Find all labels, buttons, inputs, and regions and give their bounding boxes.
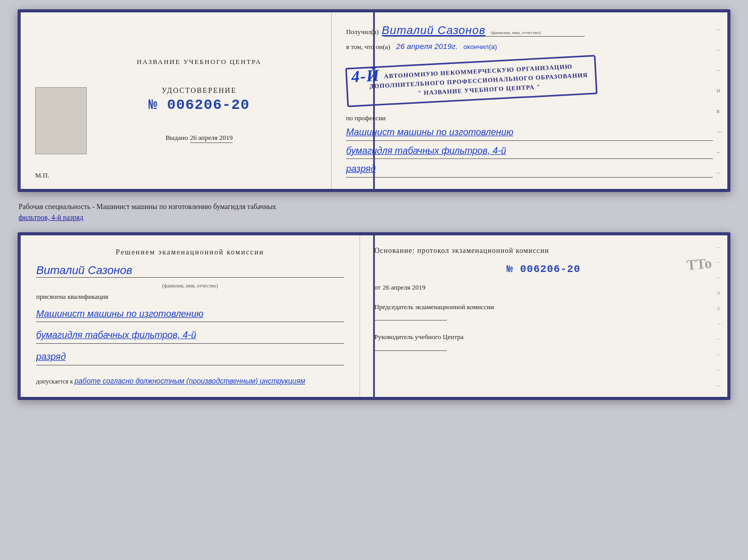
- middle-text-main: Рабочая специальность - Машинист машины …: [19, 203, 276, 211]
- allow-text-container: допускается к работе согласно должностны…: [36, 377, 344, 386]
- mp-label: М.П.: [35, 171, 49, 180]
- right-side-dashes: – – – и я ← – – – –: [717, 235, 723, 397]
- basis-date-prefix: от: [375, 283, 381, 292]
- qual-line3: разряд: [36, 349, 344, 365]
- issued-line: Выдано 26 апреля 2019: [165, 134, 232, 143]
- dash-4: и: [717, 289, 723, 297]
- dash-2: –: [717, 258, 723, 266]
- bottom-name-meta: (фамилия, имя, отчество): [36, 283, 344, 289]
- basis-number: № 006206-20: [375, 263, 713, 275]
- dash-3: –: [717, 274, 723, 281]
- chairman-sig-line: [375, 320, 447, 321]
- stamp-container: 4-й АВТОНОМНУЮ НЕКОММЕРЧЕСКУЮ ОРГАНИЗАЦИ…: [346, 57, 713, 105]
- top-doc-left: НАЗВАНИЕ УЧЕБНОГО ЦЕНТРА УДОСТОВЕРЕНИЕ №…: [21, 12, 332, 189]
- dash-8: –: [717, 350, 723, 358]
- top-doc-right: Получил(а) Виталий Сазонов (фамилия, имя…: [332, 12, 727, 189]
- bottom-doc-right: Основание: протокол экзаменационной коми…: [360, 235, 727, 397]
- basis-label: Основание: протокол экзаменационной коми…: [375, 247, 713, 255]
- profession-line2: бумагидля табачных фильтров, 4-й: [346, 143, 713, 159]
- stamp-box: 4-й АВТОНОМНУЮ НЕКОММЕРЧЕСКУЮ ОРГАНИЗАЦИ…: [345, 55, 598, 107]
- dash-1: –: [717, 243, 723, 251]
- profession-label: по профессии: [346, 114, 713, 122]
- dash-7: –: [717, 335, 723, 343]
- bottom-name: Виталий Сазонов: [36, 264, 344, 278]
- qual-label: присвоена квалификация: [36, 293, 344, 301]
- side-dashes: –––ия←––: [716, 12, 723, 189]
- cert-number: № 006206-20: [149, 97, 250, 113]
- issued-date: 26 апреля 2019: [190, 134, 233, 143]
- tto-mark: TTo: [686, 255, 712, 274]
- top-document: НАЗВАНИЕ УЧЕБНОГО ЦЕНТРА УДОСТОВЕРЕНИЕ №…: [18, 9, 730, 192]
- photo-placeholder: [35, 87, 87, 154]
- bottom-section-title: Решением экаменационной комиссии: [36, 247, 344, 258]
- cert-label: УДОСТОВЕРЕНИЕ: [162, 87, 237, 95]
- chairman-label: Председатель экзаменационной комиссии: [375, 302, 713, 312]
- allow-prefix: допускается к: [36, 378, 73, 385]
- in-that-prefix: в том, что он(а): [346, 43, 391, 51]
- bottom-document: Решением экаменационной комиссии Виталий…: [18, 232, 730, 400]
- in-that-line: в том, что он(а) 26 апреля 2019г. окончи…: [346, 42, 713, 51]
- handwritten-date: 26 апреля 2019г.: [396, 42, 458, 51]
- issued-prefix: Выдано: [165, 134, 188, 142]
- dash-9: –: [717, 366, 723, 374]
- recipient-name: Виталий Сазонов: [382, 24, 486, 37]
- middle-text: Рабочая специальность - Машинист машины …: [18, 198, 730, 226]
- dash-10: –: [717, 381, 723, 389]
- recipient-meta: (фамилия, имя, отчество): [491, 30, 541, 35]
- qual-line1: Машинист машины по изготовлению: [36, 306, 344, 323]
- profession-line3: разряд: [346, 161, 713, 178]
- head-sig-line: [375, 350, 447, 351]
- basis-date: 26 апреля 2019: [383, 283, 426, 292]
- dash-5: я: [717, 305, 723, 312]
- center-title: НАЗВАНИЕ УЧЕБНОГО ЦЕНТРА: [137, 58, 261, 66]
- recipient-prefix: Получил(а): [346, 28, 379, 36]
- head-label: Руководитель учебного Центра: [375, 332, 713, 342]
- bottom-doc-left: Решением экаменационной комиссии Виталий…: [21, 235, 360, 397]
- allow-text: работе согласно должностным (производств…: [74, 377, 305, 385]
- stamp-number: 4-й: [351, 62, 380, 89]
- middle-underline-text: фильтров, 4-й разряд: [19, 214, 83, 221]
- qual-line2: бумагидля табачных фильтров, 4-й: [36, 327, 344, 344]
- completed-label: окончил(а): [463, 43, 497, 51]
- dash-6: ←: [717, 320, 723, 328]
- recipient-line: Получил(а) Виталий Сазонов (фамилия, имя…: [346, 24, 713, 37]
- basis-date-line: от 26 апреля 2019: [375, 283, 713, 292]
- profession-line1: Машинист машины по изготовлению: [346, 124, 713, 141]
